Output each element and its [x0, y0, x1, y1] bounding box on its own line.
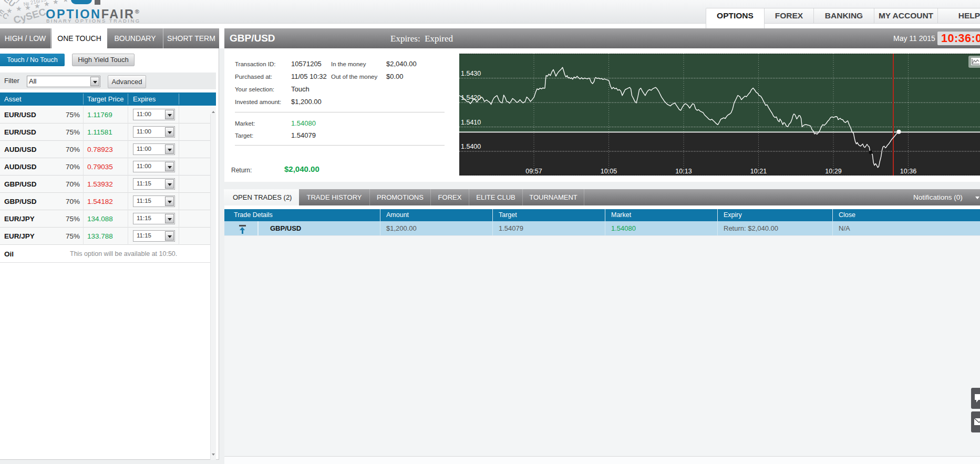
svg-text:1.5420: 1.5420 [461, 94, 481, 101]
svg-text:1.5400: 1.5400 [461, 143, 481, 150]
svg-text:10:29: 10:29 [825, 168, 841, 175]
svg-text:10:13: 10:13 [675, 168, 692, 175]
svg-text:10:36: 10:36 [900, 168, 916, 175]
svg-text:10:05: 10:05 [601, 168, 617, 175]
svg-text:1.5410: 1.5410 [461, 119, 481, 126]
svg-text:10:21: 10:21 [750, 168, 767, 175]
svg-text:1.5430: 1.5430 [461, 70, 481, 77]
svg-text:09:57: 09:57 [525, 168, 542, 175]
